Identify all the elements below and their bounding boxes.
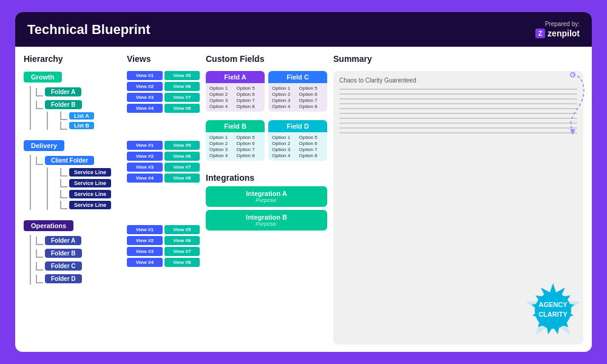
view-button[interactable]: View #2 — [127, 82, 163, 91]
zenpilot-text: zenpilot — [548, 29, 580, 38]
field-option: Option 5 — [299, 86, 324, 91]
field-option: Option 1 — [209, 135, 234, 140]
summary-lines — [339, 89, 577, 133]
growth-label: Growth — [24, 72, 62, 83]
field-option: Option 4 — [209, 153, 234, 158]
main-card: Technical Blueprint Prepared by: Z zenpi… — [15, 12, 592, 352]
tree-connector — [60, 190, 67, 198]
view-button[interactable]: View #7 — [164, 163, 200, 172]
field-option: Option 7 — [299, 147, 324, 152]
list-item: List B — [69, 122, 94, 129]
view-button[interactable]: View #6 — [164, 236, 200, 245]
views-column: Views View #1 View #5 View #2 View #6 Vi… — [127, 54, 200, 345]
view-button[interactable]: View #3 — [127, 247, 163, 256]
view-button[interactable]: View #7 — [164, 93, 200, 102]
field-col-left: Option 1 Option 2 Option 3 Option 4 — [272, 86, 297, 109]
tree-row: Folder A — [36, 235, 121, 246]
field-col-left: Option 1 Option 2 Option 3 Option 4 — [209, 86, 234, 109]
tree-row: Folder C — [36, 260, 121, 272]
view-button[interactable]: View #8 — [164, 104, 200, 113]
view-button[interactable]: View #1 — [127, 141, 163, 150]
folder-item: Client Folder — [45, 156, 94, 165]
hierarchy-title: Hierarchy — [24, 54, 121, 64]
integrations-title: Integrations — [206, 173, 327, 183]
field-col-left: Option 1 Option 2 Option 3 Option 4 — [272, 135, 297, 158]
field-b-body: Option 1 Option 2 Option 3 Option 4 Opti… — [206, 132, 265, 161]
view-button[interactable]: View #8 — [164, 258, 200, 267]
field-option: Option 5 — [299, 135, 324, 140]
integrations-section: Integrations Integration A Purpose: Inte… — [206, 173, 327, 234]
summary-line — [339, 89, 577, 90]
field-option: Option 6 — [299, 92, 324, 97]
field-option: Option 7 — [299, 98, 324, 103]
header-right: Prepared by: Z zenpilot — [535, 21, 580, 38]
view-button[interactable]: View #2 — [127, 236, 163, 245]
summary-line — [339, 123, 577, 124]
view-button[interactable]: View #5 — [164, 141, 200, 150]
field-option: Option 1 — [272, 86, 297, 91]
svg-text:CLARITY: CLARITY — [538, 311, 568, 318]
content-area: Hierarchy Growth Folder A Folder B — [15, 47, 592, 352]
tree-connector — [60, 201, 67, 209]
tree-row: Service Line — [60, 167, 121, 177]
field-option: Option 8 — [237, 104, 262, 109]
list-item: List A — [69, 112, 94, 120]
page-title: Technical Blueprint — [27, 22, 151, 38]
field-option: Option 6 — [299, 141, 324, 146]
summary-line — [339, 108, 577, 109]
folder-item: Folder A — [45, 87, 81, 96]
folder-item: Folder D — [45, 274, 82, 283]
hierarchy-column: Hierarchy Growth Folder A Folder B — [24, 54, 121, 345]
tree-row: Service Line — [60, 178, 121, 188]
field-option: Option 4 — [272, 153, 297, 158]
tree-row: Folder B — [36, 99, 121, 110]
integration-a-name: Integration A — [212, 190, 321, 197]
field-option: Option 3 — [272, 147, 297, 152]
field-option: Option 5 — [237, 86, 262, 91]
field-d-header: Field D — [268, 120, 327, 132]
view-button[interactable]: View #8 — [164, 174, 200, 183]
field-c-header: Field C — [268, 71, 327, 83]
view-button[interactable]: View #6 — [164, 82, 200, 91]
view-button[interactable]: View #4 — [127, 258, 163, 267]
field-option: Option 6 — [237, 92, 262, 97]
view-button[interactable]: View #5 — [164, 225, 200, 234]
service-item: Service Line — [69, 201, 111, 209]
integration-box-a: Integration A Purpose: — [206, 186, 327, 207]
views-grid: View #1 View #5 View #2 View #6 View #3 … — [127, 141, 200, 183]
tree-connector — [60, 179, 67, 187]
view-button[interactable]: View #5 — [164, 71, 200, 80]
field-box-a: Field A Option 1 Option 2 Option 3 Optio… — [206, 71, 265, 112]
tree-row: Service Line — [60, 189, 121, 199]
view-button[interactable]: View #2 — [127, 152, 163, 161]
folder-item: Folder B — [45, 249, 82, 258]
field-col-right: Option 5 Option 6 Option 7 Option 8 — [299, 86, 324, 109]
view-button[interactable]: View #4 — [127, 104, 163, 113]
summary-line — [339, 93, 577, 95]
zenpilot-logo: Z zenpilot — [535, 29, 580, 38]
service-item: Service Line — [69, 168, 111, 177]
view-button[interactable]: View #4 — [127, 174, 163, 183]
field-col-right: Option 5 Option 6 Option 7 Option 8 — [299, 135, 324, 158]
field-option: Option 6 — [237, 141, 262, 146]
tree-row: Folder B — [36, 248, 121, 259]
view-button[interactable]: View #6 — [164, 152, 200, 161]
field-col-right: Option 5 Option 6 Option 7 Option 8 — [237, 135, 262, 158]
summary-line — [339, 103, 577, 104]
integration-b-name: Integration B — [212, 214, 321, 221]
fields-row-2: Field B Option 1 Option 2 Option 3 Optio… — [206, 120, 327, 161]
summary-line — [339, 113, 577, 114]
view-button[interactable]: View #7 — [164, 247, 200, 256]
tree-connector — [36, 88, 43, 96]
field-box-d: Field D Option 1 Option 2 Option 3 Optio… — [268, 120, 327, 161]
field-option: Option 3 — [209, 98, 234, 103]
view-button[interactable]: View #1 — [127, 225, 163, 234]
views-grid: View #1 View #5 View #2 View #6 View #3 … — [127, 225, 200, 267]
view-button[interactable]: View #3 — [127, 93, 163, 102]
view-button[interactable]: View #3 — [127, 163, 163, 172]
view-button[interactable]: View #1 — [127, 71, 163, 80]
field-option: Option 2 — [209, 141, 234, 146]
summary-title: Summary — [333, 54, 583, 64]
folder-item: Folder B — [45, 100, 82, 109]
tree-connector — [36, 237, 43, 245]
